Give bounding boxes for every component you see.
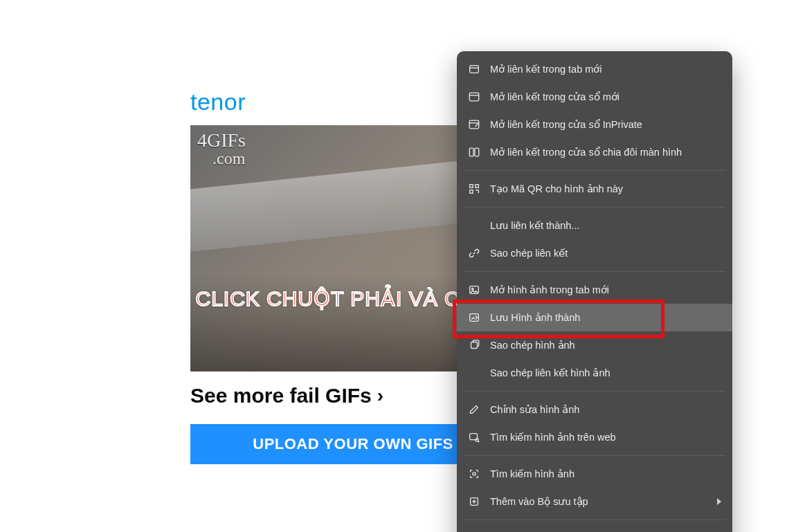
separator [464,520,725,520]
split-screen-icon [468,146,480,158]
see-more-label: See more fail GIFs [190,384,372,407]
ctx-open-inprivate[interactable]: Mở liên kết trong cửa sổ InPrivate [457,111,732,138]
image-new-tab-icon [468,284,480,296]
collection-add-icon [468,495,480,508]
svg-rect-0 [470,66,479,73]
separator [464,391,725,392]
svg-rect-7 [470,190,473,194]
ctx-open-new-window[interactable]: Mở liên kết trong cửa sổ mới [457,83,732,111]
ctx-open-image-new-tab[interactable]: Mở hình ảnh trong tab mới [457,276,732,304]
ctx-visual-search[interactable]: Tìm kiếm hình ảnh [457,460,732,488]
visual-search-icon [468,468,480,480]
svg-rect-3 [469,148,473,156]
link-icon [468,247,480,259]
copy-image-icon [468,339,480,351]
ctx-add-to-collection[interactable]: Thêm vào Bộ sưu tập [457,488,732,515]
ctx-save-image-as[interactable]: Lưu Hình ảnh thành [457,304,732,331]
ctx-search-image-web[interactable]: Tìm kiếm hình ảnh trên web [457,423,732,451]
svg-point-9 [472,288,473,289]
submenu-arrow-icon [717,498,721,505]
ctx-open-new-tab[interactable]: Mở liên kết trong tab mới [457,55,732,83]
ctx-share[interactable]: Chia sẻ [457,524,732,532]
separator [464,271,725,272]
svg-rect-6 [476,185,479,188]
edit-icon [468,403,480,416]
ctx-save-link-as[interactable]: Lưu liên kết thành... [457,212,732,239]
ctx-open-split[interactable]: Mở liên kết trong cửa sổ chia đôi màn hì… [457,138,732,166]
svg-point-13 [476,439,478,441]
ctx-copy-image-link[interactable]: Sao chép liên kết hình ảnh [457,359,732,387]
ctx-copy-link[interactable]: Sao chép liên kết [457,239,732,267]
image-search-icon [468,431,480,443]
ctx-create-qr[interactable]: Tạo Mã QR cho hình ảnh này [457,175,732,203]
ctx-edit-image[interactable]: Chỉnh sửa hình ảnh [457,396,732,423]
svg-rect-1 [469,93,479,101]
new-tab-icon [468,63,480,75]
gif-watermark: 4GIFs .com [197,131,246,167]
svg-rect-4 [475,148,479,156]
inprivate-icon [468,118,480,131]
qr-code-icon [468,183,480,195]
new-window-icon [468,91,480,103]
svg-rect-5 [470,185,473,188]
svg-point-14 [473,473,476,475]
svg-rect-11 [471,342,478,349]
chevron-right-icon: › [377,385,383,407]
ctx-copy-image[interactable]: Sao chép hình ảnh [457,331,732,359]
save-image-icon [468,311,480,324]
separator [464,455,725,456]
context-menu: Mở liên kết trong tab mới Mở liên kết tr… [457,51,732,532]
separator [464,170,725,171]
separator [464,207,725,208]
